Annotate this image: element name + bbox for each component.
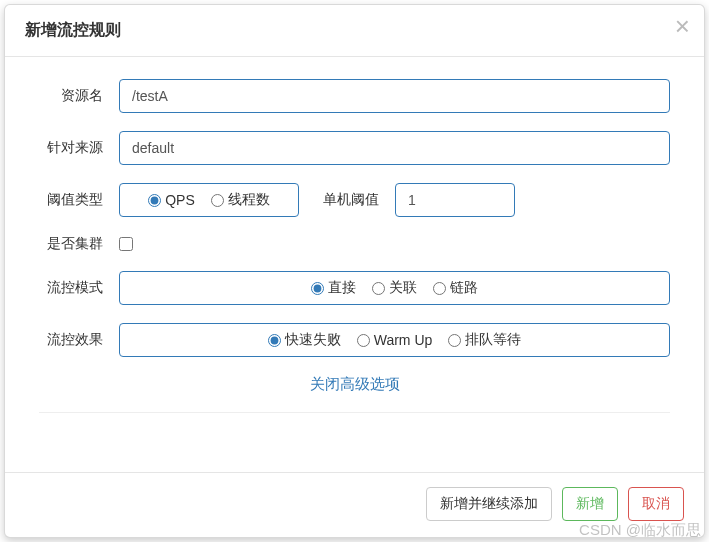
modal-body: 资源名 针对来源 阈值类型 QPS 线程数	[5, 57, 704, 472]
radio-mode-chain[interactable]: 链路	[433, 279, 478, 297]
modal-header: 新增流控规则 ×	[5, 5, 704, 57]
radio-mode-direct-label: 直接	[328, 279, 356, 297]
body-divider	[39, 412, 670, 413]
radio-qps-input[interactable]	[148, 194, 161, 207]
radio-qps-label: QPS	[165, 192, 195, 208]
modal-title: 新增流控规则	[25, 20, 684, 41]
radio-effect-fastfail[interactable]: 快速失败	[268, 331, 341, 349]
row-threshold-type: 阈值类型 QPS 线程数 单机阈值	[39, 183, 670, 217]
row-limit-app: 针对来源	[39, 131, 670, 165]
radio-thread[interactable]: 线程数	[211, 191, 270, 209]
cancel-button[interactable]: 取消	[628, 487, 684, 521]
row-effect: 流控效果 快速失败 Warm Up 排队等待	[39, 323, 670, 357]
close-icon[interactable]: ×	[675, 13, 690, 39]
add-continue-button[interactable]: 新增并继续添加	[426, 487, 552, 521]
radio-thread-input[interactable]	[211, 194, 224, 207]
modal-dialog: 新增流控规则 × 资源名 针对来源 阈值类型 QPS	[4, 4, 705, 538]
threshold-type-group: QPS 线程数	[119, 183, 299, 217]
row-resource: 资源名	[39, 79, 670, 113]
radio-effect-fastfail-label: 快速失败	[285, 331, 341, 349]
radio-mode-chain-label: 链路	[450, 279, 478, 297]
radio-effect-queue-input[interactable]	[448, 334, 461, 347]
cluster-checkbox[interactable]	[119, 237, 133, 251]
radio-thread-label: 线程数	[228, 191, 270, 209]
mode-group: 直接 关联 链路	[119, 271, 670, 305]
label-threshold-type: 阈值类型	[39, 191, 119, 209]
limit-app-input[interactable]	[119, 131, 670, 165]
radio-mode-relate[interactable]: 关联	[372, 279, 417, 297]
label-mode: 流控模式	[39, 279, 119, 297]
resource-input[interactable]	[119, 79, 670, 113]
row-mode: 流控模式 直接 关联 链路	[39, 271, 670, 305]
label-effect: 流控效果	[39, 331, 119, 349]
radio-mode-chain-input[interactable]	[433, 282, 446, 295]
threshold-input[interactable]	[395, 183, 515, 217]
effect-group: 快速失败 Warm Up 排队等待	[119, 323, 670, 357]
advanced-toggle-link[interactable]: 关闭高级选项	[310, 375, 400, 392]
advanced-toggle: 关闭高级选项	[39, 375, 670, 394]
radio-qps[interactable]: QPS	[148, 192, 195, 208]
label-limit-app: 针对来源	[39, 139, 119, 157]
radio-effect-warmup-label: Warm Up	[374, 332, 433, 348]
radio-mode-direct-input[interactable]	[311, 282, 324, 295]
label-threshold-value: 单机阈值	[311, 191, 383, 209]
radio-effect-warmup[interactable]: Warm Up	[357, 332, 433, 348]
radio-mode-relate-input[interactable]	[372, 282, 385, 295]
radio-mode-direct[interactable]: 直接	[311, 279, 356, 297]
modal-footer: 新增并继续添加 新增 取消	[5, 472, 704, 537]
radio-effect-queue[interactable]: 排队等待	[448, 331, 521, 349]
radio-mode-relate-label: 关联	[389, 279, 417, 297]
radio-effect-warmup-input[interactable]	[357, 334, 370, 347]
add-button[interactable]: 新增	[562, 487, 618, 521]
radio-effect-queue-label: 排队等待	[465, 331, 521, 349]
label-cluster: 是否集群	[39, 235, 119, 253]
radio-effect-fastfail-input[interactable]	[268, 334, 281, 347]
row-cluster: 是否集群	[39, 235, 670, 253]
label-resource: 资源名	[39, 87, 119, 105]
